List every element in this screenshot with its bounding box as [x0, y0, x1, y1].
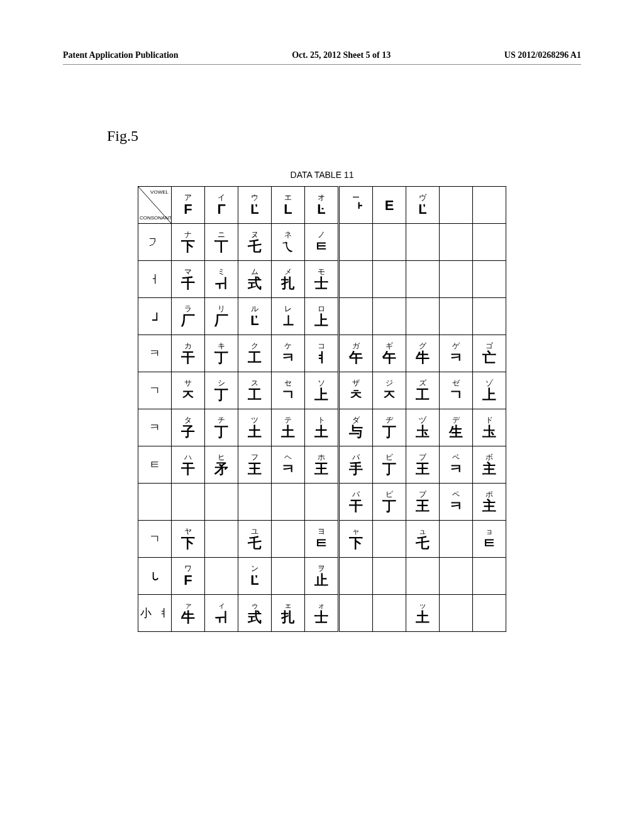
table-cell: ネㄟ	[272, 224, 305, 261]
table-cell: ペㅋ	[440, 484, 473, 521]
table-cell: フ王	[238, 446, 272, 484]
row-header: ㅋ	[138, 409, 172, 446]
table-cell: ジㅈ	[373, 372, 406, 409]
table-cell	[305, 484, 339, 521]
header-right: US 2012/0268296 A1	[504, 50, 581, 60]
header-center: Oct. 25, 2012 Sheet 5 of 13	[292, 50, 391, 60]
table-cell: ク工	[238, 335, 272, 372]
table-cell	[373, 261, 406, 298]
table-cell	[406, 261, 440, 298]
table-cell: レ⊥	[272, 298, 305, 335]
table-cell: ナ下	[172, 224, 205, 261]
col-header: ーᅡ	[339, 187, 373, 224]
table-cell: ダ与	[339, 409, 373, 446]
table-cell: ルĽ	[238, 298, 272, 335]
table-cell	[406, 558, 440, 595]
table-cell: マ千	[172, 261, 205, 298]
table-cell: リ厂	[205, 298, 238, 335]
table-cell: ヂ丁	[373, 409, 406, 446]
col-header: アF	[172, 187, 205, 224]
table-cell: ェ扎	[272, 595, 305, 632]
table-cell: ベㅋ	[440, 446, 473, 484]
table-cell: ゲㅋ	[440, 335, 473, 372]
table-cell	[373, 224, 406, 261]
table-cell: ス工	[238, 372, 272, 409]
table-cell	[172, 484, 205, 521]
table-cell	[473, 261, 506, 298]
table-cell: ロ上	[305, 298, 339, 335]
table-cell: セㄱ	[272, 372, 305, 409]
table-cell	[473, 558, 506, 595]
row-header	[138, 484, 172, 521]
table-cell	[440, 595, 473, 632]
table-cell: ヲ止	[305, 558, 339, 595]
table-cell: カ干	[172, 335, 205, 372]
table-cell	[440, 224, 473, 261]
vowel-label: VOWEL	[150, 189, 169, 195]
table-cell	[339, 595, 373, 632]
row-header: ᄀ	[138, 224, 172, 261]
table-cell: サㅈ	[172, 372, 205, 409]
table-cell	[238, 484, 272, 521]
figure-label: Fig.5	[107, 128, 581, 145]
col-header: エL	[272, 187, 305, 224]
consonant-label: CONSONANT	[140, 215, 172, 221]
row-header: ㄱ	[138, 372, 172, 409]
table-cell: ザㅊ	[339, 372, 373, 409]
table-cell: ガ午	[339, 335, 373, 372]
col-header	[440, 187, 473, 224]
page-header: Patent Application Publication Oct. 25, …	[63, 50, 581, 65]
table-cell: ンĽ	[238, 558, 272, 595]
table-cell	[373, 298, 406, 335]
table-cell	[406, 298, 440, 335]
table-cell: ソ上	[305, 372, 339, 409]
table-cell	[473, 595, 506, 632]
table-cell: ボ主	[473, 446, 506, 484]
table-cell	[373, 595, 406, 632]
table-cell	[440, 521, 473, 558]
data-table-title: DATA TABLE 11	[63, 170, 581, 180]
table-cell: ゥ式	[238, 595, 272, 632]
table-cell: ォ士	[305, 595, 339, 632]
table-cell: ビ丁	[373, 446, 406, 484]
table-cell: チ丁	[205, 409, 238, 446]
table-cell: ュ乇	[406, 521, 440, 558]
table-cell	[473, 224, 506, 261]
table-cell: コㅕ	[305, 335, 339, 372]
table-cell: ツ土	[238, 409, 272, 446]
table-cell: ラ厂	[172, 298, 205, 335]
table-cell: ズ工	[406, 372, 440, 409]
row-header: ㄱ	[138, 521, 172, 558]
table-cell	[440, 261, 473, 298]
table-cell: ユ乇	[238, 521, 272, 558]
table-cell: ゾ上	[473, 372, 506, 409]
table-cell: ヅ圡	[406, 409, 440, 446]
table-cell: ヨㅌ	[305, 521, 339, 558]
table-cell: グ牛	[406, 335, 440, 372]
table-cell: ポ主	[473, 484, 506, 521]
table-cell	[205, 521, 238, 558]
row-header: 小 ㅕ	[138, 595, 172, 632]
table-cell: ム式	[238, 261, 272, 298]
table-cell	[339, 298, 373, 335]
table-cell: バ手	[339, 446, 373, 484]
table-cell: ョㅌ	[473, 521, 506, 558]
row-header: ᒧ	[138, 298, 172, 335]
table-cell: キ丁	[205, 335, 238, 372]
table-cell: ァ牛	[172, 595, 205, 632]
table-cell: ヌ乇	[238, 224, 272, 261]
col-header: ヴĽ	[406, 187, 440, 224]
table-cell: ヤ下	[172, 521, 205, 558]
table-cell	[339, 558, 373, 595]
table-cell: プ王	[406, 484, 440, 521]
table-cell: ケㅋ	[272, 335, 305, 372]
table-cell: メ扎	[272, 261, 305, 298]
table-cell: タ子	[172, 409, 205, 446]
row-header: ㅋ	[138, 335, 172, 372]
col-header: E	[373, 187, 406, 224]
table-cell	[339, 261, 373, 298]
table-cell: ニ丅	[205, 224, 238, 261]
table-cell: パ干	[339, 484, 373, 521]
table-cell: ド圡	[473, 409, 506, 446]
table-cell: ワF	[172, 558, 205, 595]
